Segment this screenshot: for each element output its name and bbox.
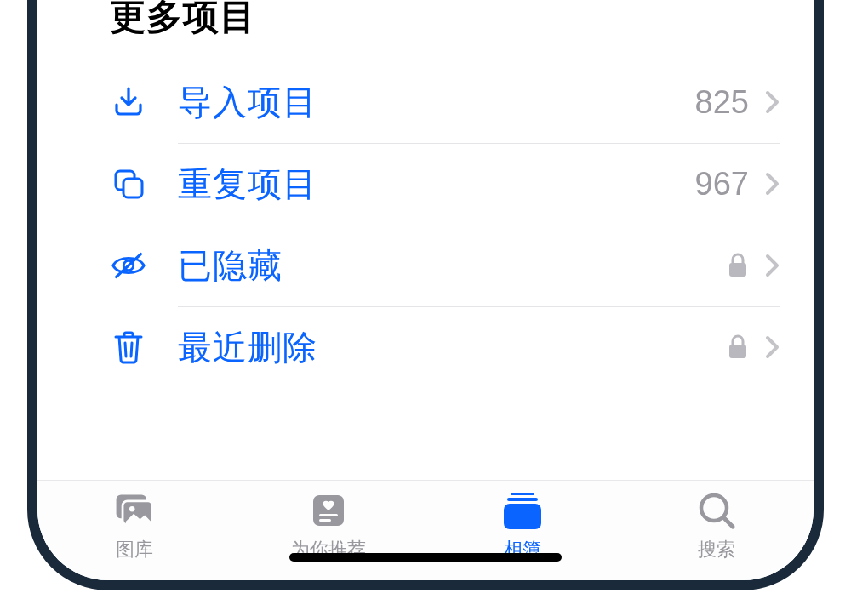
for-you-icon: [306, 489, 351, 532]
row-label: 导入项目: [178, 79, 695, 126]
row-recently-deleted[interactable]: 最近删除: [37, 306, 814, 388]
tab-bar: 图库 为你推荐: [37, 480, 814, 580]
tab-for-you[interactable]: 为你推荐: [231, 489, 426, 580]
svg-line-5: [125, 343, 126, 356]
lock-icon: [727, 334, 749, 361]
content-area: 更多项目 导入项目 825: [37, 0, 814, 480]
chevron-right-icon: [764, 334, 780, 360]
tab-label: 图库: [116, 537, 153, 562]
svg-rect-15: [507, 498, 538, 501]
albums-icon: [500, 489, 545, 532]
svg-line-6: [131, 343, 132, 356]
svg-rect-16: [504, 504, 541, 529]
svg-rect-1: [123, 179, 142, 197]
svg-rect-13: [319, 519, 331, 522]
trash-icon: [110, 328, 147, 366]
row-imports[interactable]: 导入项目 825: [37, 61, 814, 143]
svg-rect-7: [729, 345, 746, 358]
lock-icon: [727, 252, 749, 279]
tab-library[interactable]: 图库: [37, 489, 231, 580]
hidden-eye-icon: [110, 247, 147, 284]
tab-albums[interactable]: 相簿: [426, 489, 620, 580]
section-title: 更多项目: [37, 0, 814, 61]
phone-screen: 更多项目 导入项目 825: [37, 0, 814, 580]
import-icon: [110, 83, 147, 121]
duplicates-icon: [110, 165, 147, 202]
row-count: 825: [695, 84, 749, 121]
chevron-right-icon: [764, 171, 780, 197]
row-label: 重复项目: [178, 161, 695, 208]
svg-rect-12: [319, 514, 338, 516]
library-icon: [111, 489, 157, 532]
row-hidden[interactable]: 已隐藏: [37, 225, 814, 306]
phone-frame: 更多项目 导入项目 825: [27, 0, 824, 590]
tab-label: 搜索: [698, 537, 735, 562]
chevron-right-icon: [764, 253, 780, 278]
svg-rect-4: [729, 263, 746, 277]
row-label: 已隐藏: [178, 242, 727, 289]
tab-search[interactable]: 搜索: [620, 489, 814, 580]
svg-rect-14: [511, 493, 534, 495]
chevron-right-icon: [764, 89, 780, 115]
row-duplicates[interactable]: 重复项目 967: [37, 143, 814, 225]
row-count: 967: [695, 166, 749, 202]
home-indicator[interactable]: [289, 553, 562, 562]
svg-point-10: [129, 506, 135, 512]
row-label: 最近删除: [178, 324, 727, 371]
search-icon: [694, 489, 740, 532]
svg-line-18: [724, 518, 733, 527]
